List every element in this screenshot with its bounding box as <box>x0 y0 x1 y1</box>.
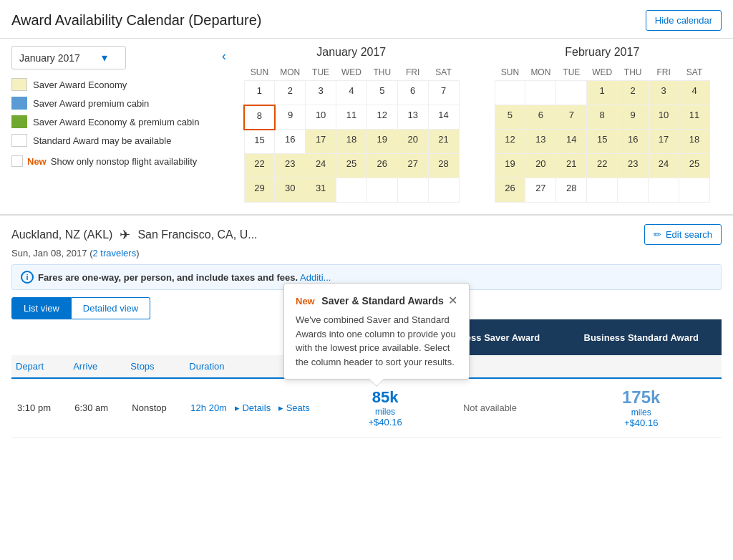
travelers-link[interactable]: 2 travelers <box>92 248 136 259</box>
month-dropdown[interactable]: January 2017 ▾ <box>11 46 126 69</box>
calendar-day[interactable]: 17 <box>649 130 679 154</box>
calendar-day[interactable]: 25 <box>679 154 710 178</box>
calendar-day[interactable]: 31 <box>306 178 336 203</box>
calendar-day[interactable]: 26 <box>495 178 525 203</box>
calendar-day[interactable]: 24 <box>306 154 336 178</box>
legend-premium-label: Saver Award premium cabin <box>33 98 149 109</box>
calendar-day[interactable]: 3 <box>649 81 679 105</box>
calendar-day[interactable]: 13 <box>525 130 556 154</box>
calendar-day[interactable]: 23 <box>618 154 649 178</box>
calendar-day[interactable]: 20 <box>525 154 556 178</box>
calendar-day[interactable]: 6 <box>397 81 428 105</box>
calendar-day[interactable]: 10 <box>649 105 679 130</box>
calendar-day[interactable]: 21 <box>556 154 587 178</box>
nonstop-filter-row: New Show only nonstop flight availabilit… <box>11 155 205 167</box>
calendar-day <box>397 178 428 203</box>
calendar-day <box>428 178 459 203</box>
day-header: SAT <box>679 64 710 81</box>
calendar-day[interactable]: 29 <box>244 178 275 203</box>
business-std-taxes: +$40.16 <box>566 417 716 428</box>
calendar-day[interactable]: 12 <box>495 130 525 154</box>
page-title: Award Availability Calendar (Departure) <box>11 12 261 29</box>
calendar-day <box>587 178 618 203</box>
calendar-day[interactable]: 9 <box>618 105 649 130</box>
flight-result-row: 3:10 pm 6:30 am Nonstop 12h 20m ▸ Detail… <box>11 378 722 438</box>
list-view-button[interactable]: List view <box>11 297 72 319</box>
calendar-day[interactable]: 30 <box>275 178 306 203</box>
edit-search-button[interactable]: ✏ Edit search <box>644 224 722 245</box>
calendar-day[interactable]: 22 <box>587 154 618 178</box>
origin-label: Auckland, NZ (AKL) <box>11 228 112 241</box>
hide-calendar-button[interactable]: Hide calendar <box>646 10 722 31</box>
business-std-col-header[interactable]: Business Standard Award <box>560 319 722 355</box>
calendar-day[interactable]: 3 <box>306 81 336 105</box>
calendar-day[interactable]: 23 <box>275 154 306 178</box>
calendar-day[interactable]: 22 <box>244 154 275 178</box>
calendar-day[interactable]: 8 <box>244 105 275 130</box>
day-header: WED <box>336 64 367 81</box>
january-table: SUNMONTUEWEDTHUFRISAT 123456789101112131… <box>243 64 460 203</box>
calendar-day[interactable]: 11 <box>679 105 710 130</box>
calendar-day[interactable]: 19 <box>495 154 525 178</box>
calendar-day[interactable]: 5 <box>495 105 525 130</box>
calendar-day[interactable]: 21 <box>428 130 459 154</box>
calendar-day[interactable]: 5 <box>366 81 397 105</box>
calendar-day[interactable]: 8 <box>587 105 618 130</box>
calendar-day[interactable]: 20 <box>397 130 428 154</box>
arrive-header[interactable]: Arrive <box>69 355 126 378</box>
calendar-day[interactable]: 12 <box>366 105 397 130</box>
details-link[interactable]: ▸ Details <box>235 402 271 413</box>
calendar-day[interactable]: 15 <box>587 130 618 154</box>
calendar-day[interactable]: 6 <box>525 105 556 130</box>
calendar-day[interactable]: 10 <box>306 105 336 130</box>
calendar-day[interactable]: 1 <box>587 81 618 105</box>
detailed-view-button[interactable]: Detailed view <box>72 297 150 319</box>
calendar-day[interactable]: 16 <box>618 130 649 154</box>
calendar-day[interactable]: 17 <box>306 130 336 154</box>
calendar-day[interactable]: 1 <box>244 81 275 105</box>
chevron-down-icon: ▾ <box>102 51 107 64</box>
calendar-day[interactable]: 7 <box>556 105 587 130</box>
calendar-day[interactable]: 4 <box>679 81 710 105</box>
calendar-day[interactable]: 11 <box>336 105 367 130</box>
calendar-day[interactable]: 28 <box>556 178 587 203</box>
seats-link[interactable]: ▸ Seats <box>278 402 310 413</box>
calendar-day[interactable]: 18 <box>336 130 367 154</box>
calendar-day[interactable]: 27 <box>525 178 556 203</box>
calendar-day[interactable]: 9 <box>275 105 306 130</box>
tooltip-close-button[interactable]: ✕ <box>448 294 457 307</box>
february-title: February 2017 <box>495 46 711 59</box>
calendar-day <box>649 178 679 203</box>
stops-value: Nonstop <box>126 378 185 438</box>
depart-header[interactable]: Depart <box>11 355 69 378</box>
tooltip-body: We've combined Saver and Standard Awards… <box>296 313 457 369</box>
legend-item-standard: Standard Award may be available <box>11 134 205 147</box>
calendar-day[interactable]: 14 <box>556 130 587 154</box>
calendar-day[interactable]: 2 <box>618 81 649 105</box>
calendar-day[interactable]: 26 <box>366 154 397 178</box>
prev-month-arrow[interactable]: ‹ <box>216 46 232 67</box>
calendar-day[interactable]: 13 <box>397 105 428 130</box>
both-swatch <box>11 115 27 128</box>
calendar-day[interactable]: 25 <box>336 154 367 178</box>
calendar-day[interactable]: 19 <box>366 130 397 154</box>
calendar-day[interactable]: 2 <box>275 81 306 105</box>
calendar-day[interactable]: 27 <box>397 154 428 178</box>
stops-header[interactable]: Stops <box>126 355 185 378</box>
info-icon: i <box>21 271 34 284</box>
calendar-day[interactable]: 24 <box>649 154 679 178</box>
fares-bold: Fares are one-way, per person, and inclu… <box>38 272 298 283</box>
additional-info-link[interactable]: Additi... <box>300 272 331 283</box>
day-header: SUN <box>495 64 525 81</box>
calendar-day[interactable]: 7 <box>428 81 459 105</box>
day-header: THU <box>366 64 397 81</box>
duration-link[interactable]: 12h 20m <box>190 402 227 413</box>
calendar-day[interactable]: 16 <box>275 130 306 154</box>
calendar-day[interactable]: 14 <box>428 105 459 130</box>
calendar-day[interactable]: 4 <box>336 81 367 105</box>
flight-direction-icon: ✈ <box>120 227 130 243</box>
calendar-day[interactable]: 28 <box>428 154 459 178</box>
nonstop-checkbox[interactable] <box>11 155 23 167</box>
calendar-day[interactable]: 15 <box>244 130 275 154</box>
calendar-day[interactable]: 18 <box>679 130 710 154</box>
